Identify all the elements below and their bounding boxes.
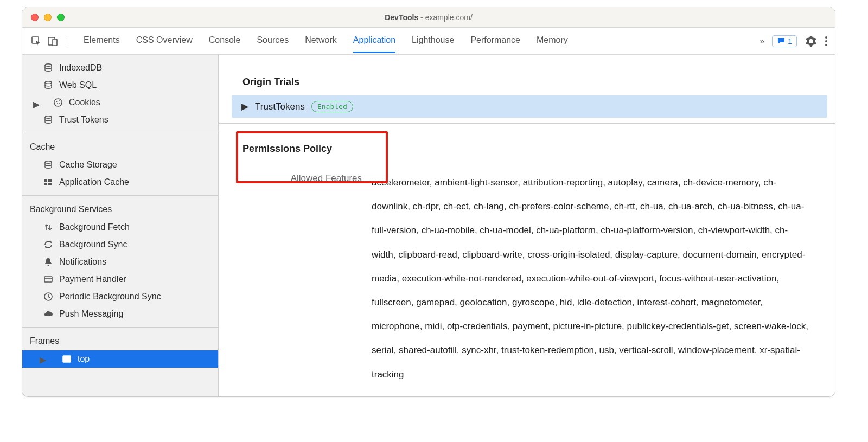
close-window-button[interactable]: [31, 14, 39, 21]
sidebar-item-label: Application Cache: [59, 177, 129, 187]
updown-arrows-icon: [43, 222, 54, 233]
sidebar-item-notifications[interactable]: Notifications: [22, 253, 218, 271]
svg-rect-19: [63, 356, 71, 362]
expand-caret-icon: ▶: [241, 101, 248, 112]
expand-caret-icon: ▶: [33, 99, 40, 110]
sidebar-item-indexeddb[interactable]: IndexedDB: [22, 59, 218, 76]
sidebar-item-trusttokens[interactable]: Trust Tokens: [22, 111, 218, 129]
svg-point-6: [56, 101, 58, 102]
origin-trial-trusttokens[interactable]: ▶ TrustTokens Enabled: [232, 95, 827, 118]
sidebar-item-bgfetch[interactable]: Background Fetch: [22, 219, 218, 236]
minimize-window-button[interactable]: [44, 14, 52, 21]
device-toolbar-icon[interactable]: [46, 35, 59, 48]
tab-sources[interactable]: Sources: [257, 29, 289, 53]
bell-icon: [43, 257, 54, 267]
tab-memory[interactable]: Memory: [537, 29, 568, 53]
title-prefix: DevTools -: [385, 13, 425, 22]
tab-network[interactable]: Network: [305, 29, 337, 53]
svg-point-4: [45, 81, 52, 84]
origin-trials-title: Origin Trials: [219, 61, 835, 95]
allowed-features-value: accelerometer, ambient-light-sensor, att…: [372, 171, 811, 387]
chat-icon: [777, 37, 786, 46]
sidebar-item-label: top: [78, 354, 90, 364]
sidebar-item-label: Background Sync: [59, 240, 127, 249]
svg-rect-14: [44, 183, 47, 185]
title-domain: example.com/: [425, 13, 473, 22]
sync-icon: [43, 239, 54, 250]
application-sidebar: IndexedDB Web SQL ▶ Cookies Trust Tokens: [22, 55, 219, 396]
frame-icon: [61, 354, 72, 364]
database-icon: [43, 114, 54, 125]
svg-point-11: [45, 161, 52, 163]
svg-rect-16: [44, 277, 52, 282]
more-tabs-button[interactable]: »: [760, 36, 764, 46]
sidebar-item-label: Cookies: [69, 98, 100, 107]
sidebar-item-periodic[interactable]: Periodic Background Sync: [22, 288, 218, 305]
origin-trial-name: TrustTokens: [255, 101, 305, 112]
svg-rect-12: [44, 179, 47, 182]
sidebar-item-appcache[interactable]: Application Cache: [22, 174, 218, 191]
sidebar-item-label: Periodic Background Sync: [59, 292, 161, 302]
sidebar-item-label: IndexedDB: [59, 63, 102, 73]
window-title: DevTools - example.com/: [22, 13, 835, 22]
svg-rect-15: [48, 183, 52, 185]
allowed-features-label: Allowed Features: [242, 171, 362, 387]
svg-point-3: [45, 64, 52, 66]
tab-application[interactable]: Application: [353, 29, 395, 53]
sidebar-item-label: Push Messaging: [59, 309, 123, 319]
database-icon: [43, 159, 54, 170]
grid-icon: [43, 177, 54, 188]
tab-elements[interactable]: Elements: [84, 29, 120, 53]
tab-lighthouse[interactable]: Lighthouse: [412, 29, 454, 53]
maximize-window-button[interactable]: [57, 14, 65, 21]
sidebar-item-label: Web SQL: [59, 80, 97, 90]
devtools-window: DevTools - example.com/ Elements CSS Ove…: [22, 7, 835, 397]
svg-rect-13: [48, 179, 52, 182]
card-icon: [43, 274, 54, 285]
settings-icon[interactable]: [805, 35, 818, 48]
tab-css-overview[interactable]: CSS Overview: [136, 29, 193, 53]
tab-console[interactable]: Console: [209, 29, 241, 53]
clock-icon: [43, 291, 54, 302]
sidebar-heading-cache: Cache: [22, 138, 218, 156]
sidebar-item-label: Trust Tokens: [59, 115, 108, 125]
sidebar-item-bgsync[interactable]: Background Sync: [22, 236, 218, 253]
database-icon: [43, 62, 54, 73]
sidebar-heading-frames: Frames: [22, 332, 218, 350]
sidebar-item-label: Cache Storage: [59, 160, 117, 170]
cloud-icon: [43, 309, 54, 319]
svg-point-7: [59, 100, 60, 101]
devtools-tabbar: Elements CSS Overview Console Sources Ne…: [22, 28, 835, 55]
panel-tabs: Elements CSS Overview Console Sources Ne…: [84, 29, 568, 53]
cookie-icon: [53, 97, 63, 108]
tab-performance[interactable]: Performance: [470, 29, 520, 53]
svg-point-10: [45, 116, 52, 118]
sidebar-item-label: Notifications: [59, 257, 106, 267]
sidebar-item-cookies[interactable]: ▶ Cookies: [22, 94, 218, 111]
sidebar-item-label: Payment Handler: [59, 274, 126, 284]
sidebar-item-push[interactable]: Push Messaging: [22, 305, 218, 323]
sidebar-heading-bgservices: Background Services: [22, 200, 218, 219]
sidebar-item-payment[interactable]: Payment Handler: [22, 271, 218, 288]
more-menu-button[interactable]: [825, 36, 827, 46]
svg-point-9: [59, 103, 60, 104]
inspect-element-icon[interactable]: [30, 35, 43, 48]
sidebar-item-cachestorage[interactable]: Cache Storage: [22, 156, 218, 174]
sidebar-item-label: Background Fetch: [59, 222, 130, 232]
separator: [68, 35, 68, 47]
sidebar-item-websql[interactable]: Web SQL: [22, 76, 218, 94]
origin-trial-status-badge: Enabled: [311, 101, 353, 112]
svg-point-5: [54, 99, 62, 106]
sidebar-item-frame-top[interactable]: ▶ top: [22, 350, 218, 368]
database-icon: [43, 80, 54, 91]
issues-badge[interactable]: 1: [772, 35, 797, 47]
permissions-policy-title: Permissions Policy: [219, 130, 835, 158]
issues-count: 1: [788, 37, 792, 46]
window-controls: [22, 14, 65, 21]
svg-rect-2: [53, 39, 57, 46]
titlebar: DevTools - example.com/: [22, 7, 835, 28]
expand-caret-icon: ▶: [40, 355, 46, 365]
svg-point-8: [57, 103, 58, 104]
application-main: Origin Trials ▶ TrustTokens Enabled Perm…: [219, 55, 835, 396]
